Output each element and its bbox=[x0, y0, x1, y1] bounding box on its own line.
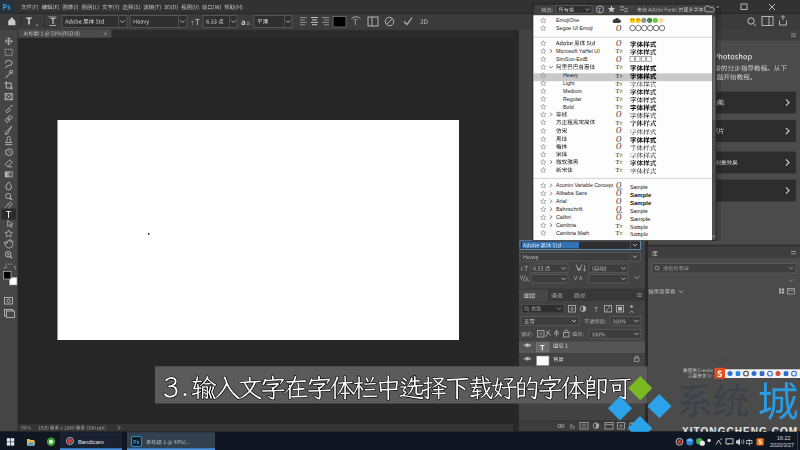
svg-text:Cambria: Cambria bbox=[556, 222, 576, 228]
svg-text:Bahnschrift: Bahnschrift bbox=[556, 206, 583, 212]
svg-text:Cambria Math: Cambria Math bbox=[556, 230, 589, 236]
svg-text:O: O bbox=[616, 213, 622, 222]
svg-text:Sample: Sample bbox=[630, 231, 648, 237]
svg-text:2020/3/27: 2020/3/27 bbox=[770, 442, 794, 448]
svg-text:Sample: Sample bbox=[630, 216, 651, 222]
svg-text:T: T bbox=[620, 65, 623, 70]
svg-text:Regular: Regular bbox=[563, 96, 582, 102]
svg-text:T: T bbox=[620, 224, 623, 229]
svg-text:T: T bbox=[620, 89, 623, 94]
svg-text:Medium: Medium bbox=[563, 88, 582, 94]
svg-text:T: T bbox=[620, 74, 623, 79]
svg-text:Segoe UI Emoji: Segoe UI Emoji bbox=[556, 25, 593, 31]
svg-text:SimSun-ExtB: SimSun-ExtB bbox=[556, 56, 588, 62]
svg-text:Heavy: Heavy bbox=[563, 72, 578, 78]
svg-text:O: O bbox=[616, 24, 622, 33]
svg-text:T: T bbox=[620, 82, 623, 87]
svg-text:Sample: Sample bbox=[630, 184, 648, 190]
svg-text:Sample: Sample bbox=[630, 208, 648, 214]
svg-text:Light: Light bbox=[563, 80, 575, 86]
svg-text:Acumin Variable Concept: Acumin Variable Concept bbox=[556, 182, 614, 188]
svg-text:Sample: Sample bbox=[630, 224, 648, 230]
svg-text:Alibaba Sans: Alibaba Sans bbox=[556, 190, 588, 196]
svg-text:Arial: Arial bbox=[556, 198, 567, 204]
svg-text:Sample: Sample bbox=[630, 200, 652, 206]
svg-text:Bold: Bold bbox=[563, 104, 574, 110]
svg-text:Sample: Sample bbox=[630, 192, 652, 198]
svg-text:T: T bbox=[620, 168, 623, 173]
svg-text:T: T bbox=[597, 7, 601, 13]
svg-text:Calibri: Calibri bbox=[556, 214, 571, 220]
svg-text:T: T bbox=[620, 97, 623, 102]
svg-text:T: T bbox=[620, 121, 623, 126]
svg-text:16:22: 16:22 bbox=[777, 435, 791, 441]
svg-text:O: O bbox=[616, 55, 622, 64]
svg-text:T: T bbox=[620, 153, 623, 158]
svg-text:T: T bbox=[620, 231, 623, 236]
svg-text:T: T bbox=[620, 160, 623, 165]
svg-text:Bandicam: Bandicam bbox=[78, 439, 104, 445]
svg-text:Microsoft YaHei UI: Microsoft YaHei UI bbox=[556, 48, 600, 54]
svg-text:EmojiOne: EmojiOne bbox=[556, 17, 579, 23]
